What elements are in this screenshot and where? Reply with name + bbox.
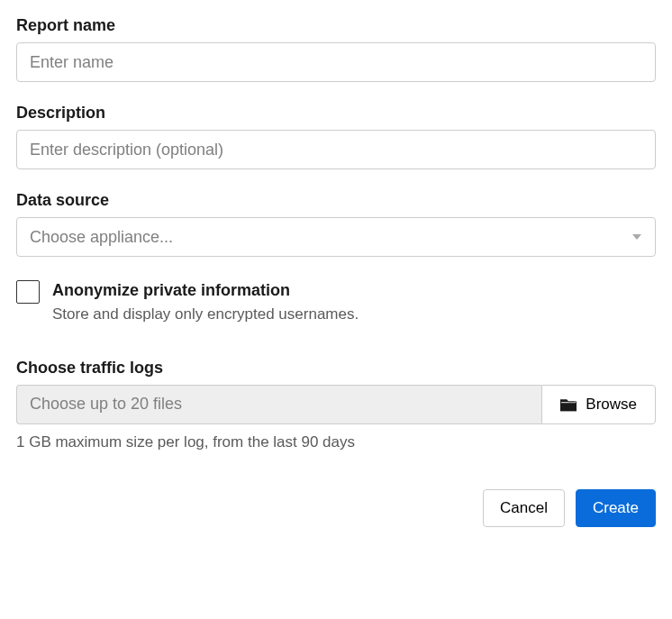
svg-rect-0 <box>560 403 577 411</box>
data-source-label: Data source <box>16 191 656 210</box>
browse-button-label: Browse <box>586 396 637 414</box>
traffic-logs-hint: 1 GB maximum size per log, from the last… <box>16 433 656 451</box>
anonymize-checkbox[interactable] <box>16 280 40 304</box>
description-label: Description <box>16 104 656 123</box>
cancel-button[interactable]: Cancel <box>483 489 565 527</box>
report-name-input[interactable] <box>16 42 656 82</box>
create-button[interactable]: Create <box>576 489 656 527</box>
traffic-logs-files-display: Choose up to 20 files <box>16 385 541 424</box>
traffic-logs-label: Choose traffic logs <box>16 359 656 378</box>
description-input[interactable] <box>16 130 656 169</box>
data-source-select[interactable]: Choose appliance... <box>16 217 656 257</box>
report-name-label: Report name <box>16 16 656 35</box>
folder-icon <box>560 397 577 412</box>
browse-button[interactable]: Browse <box>541 385 656 424</box>
anonymize-label: Anonymize private information <box>52 278 359 303</box>
anonymize-desc: Store and display only encrypted usernam… <box>52 303 359 326</box>
